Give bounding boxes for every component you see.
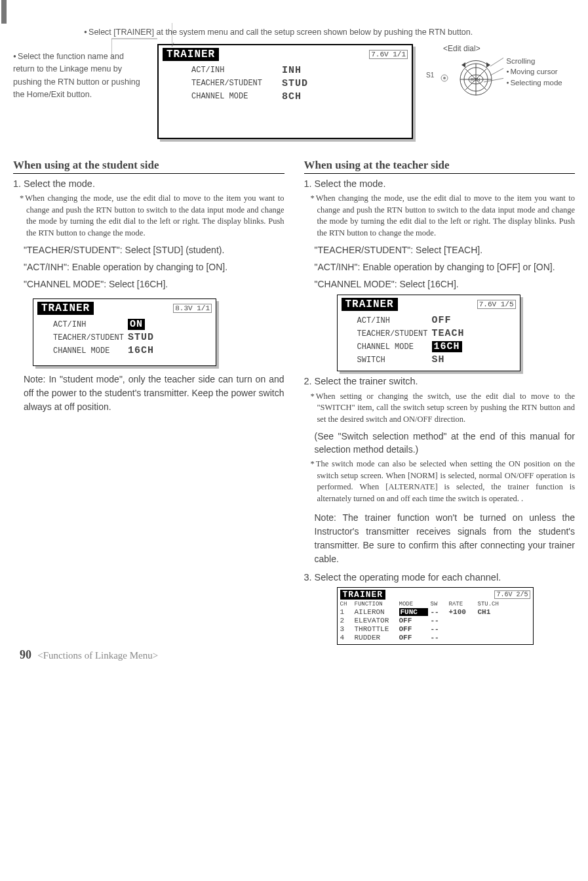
td: 1	[340, 608, 352, 616]
svg-line-12	[490, 57, 503, 66]
edit-dial-icon: RTN	[438, 56, 503, 102]
student-note: When changing the mode, use the edit dia…	[26, 193, 284, 239]
td: ELEVATOR	[355, 617, 397, 625]
row-value: INH	[282, 65, 302, 76]
teacher-lcd: TRAINER 7.6V 1/5 ACT/INHOFF TEACHER/STUD…	[337, 295, 520, 371]
td: --	[431, 634, 446, 642]
td: OFF	[399, 625, 428, 633]
td: THROTTLE	[355, 625, 397, 633]
row-label: CHANNEL MODE	[191, 92, 274, 101]
student-heading: When using at the student side	[13, 159, 284, 174]
scrolling-label: Scrolling	[506, 57, 535, 65]
teacher-note: When changing the mode, use the edit dia…	[317, 193, 576, 239]
student-l1: "TEACHER/STUDENT": Select [STUD] (studen…	[24, 244, 284, 257]
td: 4	[340, 634, 352, 642]
row-value: 8CH	[282, 91, 302, 102]
teacher-table-lcd: TRAINER 7.6V 2/5 CH FUNCTION MODE SW RAT…	[337, 587, 534, 645]
main-lcd: TRAINER 7.6V 1/1 ACT/INHINH TEACHER/STUD…	[157, 44, 413, 139]
teacher-l2: "ACT/INH": Enable operation by changing …	[315, 261, 576, 274]
student-lcd: TRAINER 8.3V 1/1 ACT/INHON TEACHER/STUDE…	[33, 298, 216, 366]
th: FUNCTION	[355, 601, 397, 607]
row-label: SWITCH	[357, 356, 427, 365]
student-lcd-batt: 8.3V 1/1	[173, 304, 212, 313]
th: MODE	[399, 601, 428, 607]
td: AILERON	[355, 608, 397, 616]
row-value: 16CH	[432, 341, 462, 352]
row-label: CHANNEL MODE	[53, 346, 123, 356]
teacher-paren: (See "Switch selection method" at the en…	[315, 430, 576, 456]
teacher-note3: The switch mode can also be selected whe…	[317, 459, 576, 504]
teacher-note2: When setting or changing the switch, use…	[317, 391, 576, 426]
moving-cursor-label: Moving cursor	[506, 66, 562, 77]
row-label: ACT/INH	[191, 66, 274, 75]
svg-marker-10	[461, 62, 465, 68]
td: --	[431, 625, 446, 633]
table-batt: 7.6V 2/5	[494, 590, 530, 599]
th: STU.CH	[478, 601, 504, 607]
row-label: TEACHER/STUDENT	[357, 329, 427, 338]
td: 3	[340, 625, 352, 633]
th: SW	[431, 601, 446, 607]
teacher-lcd-title: TRAINER	[342, 298, 398, 311]
row-label: TEACHER/STUDENT	[53, 333, 123, 342]
td: --	[431, 617, 446, 625]
td: +100	[449, 608, 475, 616]
td: FUNC	[399, 608, 428, 616]
row-label: ACT/INH	[357, 316, 427, 325]
td: OFF	[399, 617, 428, 625]
table-title: TRAINER	[340, 590, 386, 600]
teacher-l3: "CHANNEL MODE": Select [16CH].	[315, 278, 576, 291]
td: 2	[340, 617, 352, 625]
td: --	[431, 608, 446, 616]
th: CH	[340, 601, 352, 607]
td: RUDDER	[355, 634, 397, 642]
teacher-l1: "TEACHER/STUDENT": Select [TEACH].	[315, 244, 576, 257]
arrow-left	[111, 37, 164, 66]
student-l2: "ACT/INH": Enable operation by changing …	[24, 261, 284, 274]
student-l3: "CHANNEL MODE": Select [16CH].	[24, 278, 284, 291]
row-value: TEACH	[432, 328, 465, 339]
student-note2: Note: In "student mode", only the teache…	[24, 373, 284, 414]
selecting-mode-label: Selecting mode	[506, 77, 562, 89]
student-lcd-title: TRAINER	[37, 302, 94, 315]
svg-marker-11	[486, 62, 490, 68]
svg-line-13	[490, 68, 503, 75]
dial-title: <Edit dial>	[443, 44, 575, 53]
teacher-step3: 3. Select the operating mode for each ch…	[304, 571, 576, 584]
teacher-note4: Note: The trainer function won't be turn…	[315, 511, 576, 566]
row-value: ON	[128, 319, 145, 330]
teacher-lcd-batt: 7.6V 1/5	[477, 300, 516, 309]
th: RATE	[449, 601, 475, 607]
row-value: OFF	[432, 315, 452, 326]
student-step1: 1. Select the mode.	[13, 178, 284, 191]
svg-point-1	[443, 77, 446, 79]
row-label: TEACHER/STUDENT	[191, 79, 274, 88]
row-value: STUD	[128, 332, 154, 343]
td: CH1	[478, 608, 504, 616]
footer-text: <Functions of Linkage Menu>	[37, 650, 158, 661]
teacher-heading: When using at the teacher side	[304, 159, 576, 174]
teacher-step1: 1. Select the mode.	[304, 178, 576, 191]
edit-dial-block: <Edit dial> S1 RTN	[426, 44, 575, 102]
row-label: CHANNEL MODE	[357, 342, 427, 352]
arrow-top	[172, 23, 211, 52]
row-value: SH	[432, 354, 445, 365]
lcd-batt: 7.6V 1/1	[369, 50, 408, 59]
page-footer: 90 <Functions of Linkage Menu>	[20, 648, 158, 662]
s1-label: S1	[426, 72, 434, 79]
td: OFF	[399, 634, 428, 642]
page-number: 90	[20, 648, 31, 661]
row-value: 16CH	[128, 345, 154, 356]
row-label: ACT/INH	[53, 320, 123, 329]
svg-line-14	[484, 78, 503, 82]
row-value: STUD	[282, 78, 308, 89]
teacher-step2: 2. Select the trainer switch.	[304, 375, 576, 388]
